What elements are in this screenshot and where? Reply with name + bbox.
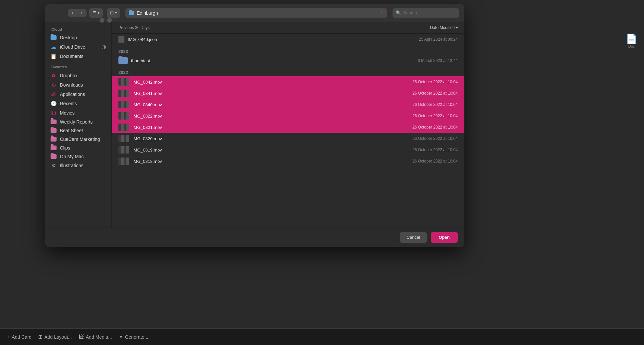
file-row[interactable]: IMG_0842.mov 26 October 2022 at 10:04 <box>112 76 464 88</box>
sidebar-item-documents[interactable]: 📋 Documents <box>45 52 111 61</box>
sidebar-item-desktop[interactable]: Desktop <box>45 33 111 42</box>
file-picker-dialog: ‹ › ☰ ▾ ⊞ ▾ Edinburgh ⌃ 🔍 iCloud <box>45 4 464 247</box>
main-content: Previous 30 Days Date Modified ▾ IMG_084… <box>112 22 464 227</box>
file-date: 25 April 2024 at 09:24 <box>419 37 458 42</box>
mov-file-icon <box>118 124 129 131</box>
file-date: 3 March 2023 at 12:44 <box>418 58 458 63</box>
sidebar-item-label: Downloads <box>60 82 83 88</box>
sidebar-item-label: iCloud Drive <box>60 44 85 50</box>
file-row[interactable]: IMG_0841.mov 26 October 2022 at 10:04 <box>112 88 464 99</box>
desktop-icon <box>51 35 57 40</box>
back-button[interactable]: ‹ <box>68 9 77 17</box>
search-input[interactable] <box>403 10 456 15</box>
file-date: 26 October 2022 at 10:04 <box>412 102 458 107</box>
location-bar[interactable]: Edinburgh ⌃ <box>125 8 387 18</box>
file-date: 26 October 2022 at 10:04 <box>412 136 458 141</box>
forward-button[interactable]: › <box>77 9 86 17</box>
sidebar-item-weekly-reports[interactable]: Weekly Reports <box>45 118 111 126</box>
file-date: 26 October 2022 at 10:04 <box>412 114 458 118</box>
clips-folder-icon <box>51 146 57 150</box>
icloud-section-label: iCloud <box>45 26 111 33</box>
sidebar-item-label: CueCam Marketing <box>60 137 100 142</box>
close-traffic-light[interactable] <box>100 18 104 23</box>
dropbox-icon: ✿ <box>51 73 57 79</box>
list-dropdown-icon: ▾ <box>98 11 99 15</box>
sidebar-item-applications[interactable]: ⁂ Applications <box>45 90 111 99</box>
file-row[interactable]: IMG_0821.mov 26 October 2022 at 10:04 <box>112 122 464 133</box>
sidebar-item-on-my-mac[interactable]: On My Mac <box>45 152 111 161</box>
add-media-btn[interactable]: 🖼 Add Media... <box>79 334 112 340</box>
minimize-traffic-light[interactable] <box>107 18 112 23</box>
date-modified-chevron: ▾ <box>456 26 458 30</box>
file-row[interactable]: IMG_0820.mov 26 October 2022 at 10:04 <box>112 133 464 144</box>
sidebar-item-label: Clips <box>60 145 70 151</box>
sidebar-item-label: Recents <box>60 101 77 106</box>
mov-file-icon <box>118 101 129 108</box>
sidebar-item-cuecam-marketing[interactable]: CueCam Marketing <box>45 135 111 144</box>
dialog-body: iCloud Desktop ☁ iCloud Drive ◑ 📋 Docume… <box>45 22 464 227</box>
file-date: 26 October 2022 at 10:04 <box>412 159 458 164</box>
file-name: IMG_0822.mov <box>132 114 409 119</box>
sidebar-item-label: Applications <box>60 92 85 97</box>
mov-file-icon <box>118 112 129 120</box>
open-button[interactable]: Open <box>431 232 458 243</box>
sidebar-item-beat-sheet[interactable]: Beat Sheet <box>45 126 111 135</box>
column-headers: Previous 30 Days Date Modified ▾ <box>112 22 464 34</box>
sidebar-item-icloud-drive[interactable]: ☁ iCloud Drive ◑ <box>45 42 111 52</box>
movies-icon: 🎞 <box>51 110 57 116</box>
date-modified-header[interactable]: Date Modified ▾ <box>430 25 458 30</box>
file-name: IMG_0840.mov <box>132 102 409 107</box>
traffic-lights <box>100 18 112 23</box>
weekly-reports-folder-icon <box>51 120 57 124</box>
add-layout-btn[interactable]: ⊞ Add Layout... <box>38 334 72 340</box>
sidebar-item-clips[interactable]: Clips <box>45 144 111 152</box>
add-card-btn[interactable]: + Add Card <box>7 334 32 340</box>
file-name: IMG_0818.mov <box>132 159 409 164</box>
favorites-section-label: Favorites <box>45 64 111 71</box>
sidebar-item-recents[interactable]: 🕐 Recents <box>45 99 111 108</box>
file-name: IMG_0820.mov <box>132 136 409 141</box>
grid-view-button[interactable]: ⊞ ▾ <box>107 8 120 18</box>
sidebar-item-label: Documents <box>60 54 83 59</box>
file-row[interactable]: IMG_0819.mov 26 October 2022 at 10:04 <box>112 144 464 156</box>
dialog-toolbar: ‹ › ☰ ▾ ⊞ ▾ Edinburgh ⌃ 🔍 <box>45 4 464 22</box>
sidebar-item-label: Dropbox <box>60 73 78 78</box>
sidebar-item-illustrations[interactable]: ⚙ Illustrations <box>45 161 111 170</box>
cuecam-folder-icon <box>51 137 57 142</box>
search-bar: 🔍 <box>393 8 459 18</box>
date-modified-label: Date Modified <box>430 25 455 30</box>
location-text: Edinburgh <box>137 10 158 16</box>
list-icon: ☰ <box>92 10 96 15</box>
sidebar-item-label: Illustrations <box>60 163 83 168</box>
section-title: Previous 30 Days <box>118 25 150 30</box>
mov-file-icon <box>118 90 129 97</box>
nav-buttons: ‹ › <box>68 9 86 17</box>
location-folder-icon <box>129 11 134 15</box>
file-row[interactable]: IMG_0840.mov 26 October 2022 at 10:04 <box>112 99 464 110</box>
file-name: IMG_0821.mov <box>132 125 409 130</box>
file-row[interactable]: thumbtest 3 March 2023 at 12:44 <box>112 55 464 66</box>
generate-btn[interactable]: ✦ Generate... <box>119 334 148 340</box>
cancel-button[interactable]: Cancel <box>400 232 426 243</box>
mov-file-icon <box>118 78 129 86</box>
sparkle-icon: ✦ <box>119 334 123 340</box>
file-name: IMG_0842.mov <box>132 80 409 85</box>
file-row[interactable]: IMG_0822.mov 26 October 2022 at 10:04 <box>112 110 464 122</box>
file-row[interactable]: IMG_0840.json 25 April 2024 at 09:24 <box>112 34 464 45</box>
file-row[interactable]: IMG_0818.mov 26 October 2022 at 10:04 <box>112 156 464 167</box>
list-view-button[interactable]: ☰ ▾ <box>89 8 103 18</box>
file-name: IMG_0819.mov <box>132 148 409 153</box>
file-date: 26 October 2022 at 10:04 <box>412 91 458 96</box>
json-file-icon <box>118 36 124 43</box>
applications-icon: ⁂ <box>51 91 57 97</box>
grid-dropdown-icon: ▾ <box>115 11 117 15</box>
background-toolbar: + Add Card ⊞ Add Layout... 🖼 Add Media..… <box>0 328 644 345</box>
illustrations-icon: ⚙ <box>51 163 57 169</box>
sidebar-item-label: Weekly Reports <box>60 119 93 125</box>
sidebar-item-dropbox[interactable]: ✿ Dropbox <box>45 71 111 80</box>
sidebar-item-movies[interactable]: 🎞 Movies <box>45 108 111 118</box>
file-date: 26 October 2022 at 10:04 <box>412 125 458 130</box>
sidebar-item-downloads[interactable]: ⊙ Downloads <box>45 80 111 90</box>
sidebar: iCloud Desktop ☁ iCloud Drive ◑ 📋 Docume… <box>45 22 112 227</box>
cloud-icon: ☁ <box>51 44 57 50</box>
